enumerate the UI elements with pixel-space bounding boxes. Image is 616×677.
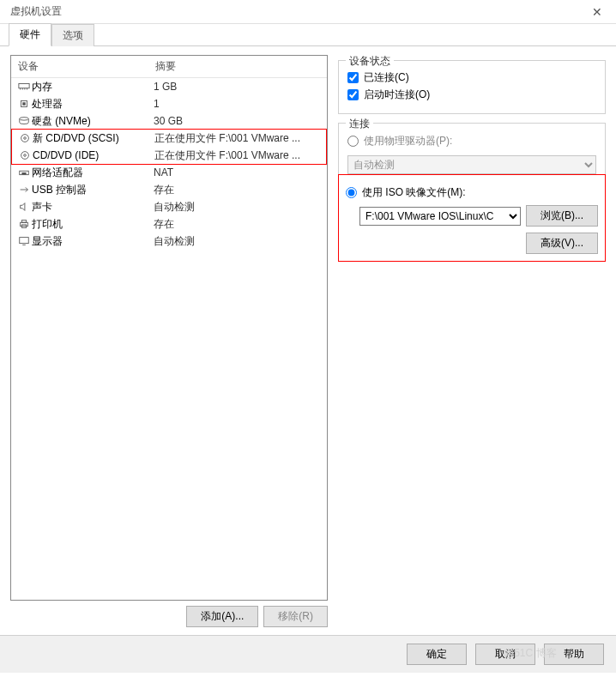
device-row-printer[interactable]: 打印机 存在 — [11, 215, 327, 233]
network-icon — [16, 167, 32, 178]
titlebar: 虚拟机设置 ✕ — [0, 0, 616, 24]
svg-rect-17 — [20, 238, 29, 244]
use-physical-radio[interactable] — [347, 136, 359, 147]
disc-icon — [17, 133, 33, 143]
device-label: 硬盘 (NVMe) — [32, 114, 154, 129]
left-panel: 设备 摘要 内存 1 GB 处理器 1 硬盘 (NVMe) 30 GB — [10, 55, 328, 635]
advanced-button[interactable]: 高级(V)... — [526, 233, 598, 254]
tab-strip: 硬件 选项 — [0, 24, 616, 46]
cancel-button[interactable]: 取消 — [475, 644, 535, 665]
add-button[interactable]: 添加(A)... — [186, 606, 258, 627]
device-label: 打印机 — [32, 217, 154, 232]
connection-group-top: 连接 使用物理驱动器(P): 自动检测 — [338, 123, 606, 174]
svg-rect-15 — [21, 221, 26, 223]
device-state-group: 设备状态 已连接(C) 启动时连接(O) — [338, 60, 606, 114]
device-row-cddvd-ide[interactable]: CD/DVD (IDE) 正在使用文件 F:\001 VMware ... — [12, 147, 326, 164]
svg-rect-13 — [21, 172, 26, 175]
svg-point-8 — [21, 135, 29, 142]
svg-rect-6 — [22, 102, 26, 106]
svg-rect-0 — [19, 84, 29, 88]
disk-icon — [16, 116, 32, 126]
device-label: CD/DVD (IDE) — [33, 149, 154, 161]
header-device: 设备 — [18, 59, 155, 74]
connect-poweron-checkbox[interactable] — [347, 89, 359, 100]
device-list-header: 设备 摘要 — [11, 56, 327, 78]
browse-button[interactable]: 浏览(B)... — [526, 205, 598, 227]
left-buttons: 添加(A)... 移除(R) — [10, 606, 328, 627]
ok-button[interactable]: 确定 — [407, 644, 467, 665]
device-summary: NAT — [154, 166, 322, 178]
footer: 确定 取消 @51C 博客 帮助 — [0, 635, 616, 673]
svg-point-10 — [21, 152, 29, 160]
device-label: 处理器 — [32, 97, 154, 112]
device-label: 新 CD/DVD (SCSI) — [33, 131, 154, 146]
device-summary: 自动检测 — [154, 234, 322, 249]
use-physical-label: 使用物理驱动器(P): — [364, 134, 452, 148]
right-panel: 设备状态 已连接(C) 启动时连接(O) 连接 使用物理驱动器(P): 自动检测 — [338, 55, 606, 635]
svg-point-7 — [20, 118, 29, 121]
device-row-disk[interactable]: 硬盘 (NVMe) 30 GB — [11, 112, 327, 130]
iso-path-select[interactable]: F:\001 VMware IOS\Linux\C — [359, 207, 521, 226]
content-area: 设备 摘要 内存 1 GB 处理器 1 硬盘 (NVMe) 30 GB — [0, 46, 616, 635]
device-row-memory[interactable]: 内存 1 GB — [11, 78, 327, 95]
device-summary: 1 GB — [154, 81, 322, 93]
device-label: 声卡 — [32, 200, 154, 215]
device-summary: 1 — [154, 98, 322, 110]
highlight-box-2: 使用 ISO 映像文件(M): F:\001 VMware IOS\Linux\… — [338, 174, 606, 262]
printer-icon — [16, 219, 32, 229]
physical-drive-select[interactable]: 自动检测 — [347, 155, 596, 174]
device-row-usb[interactable]: USB 控制器 存在 — [11, 181, 327, 198]
header-summary: 摘要 — [155, 59, 320, 74]
device-row-cddvd-scsi[interactable]: 新 CD/DVD (SCSI) 正在使用文件 F:\001 VMware ... — [12, 130, 326, 147]
device-row-sound[interactable]: 声卡 自动检测 — [11, 198, 327, 215]
device-row-display[interactable]: 显示器 自动检测 — [11, 233, 327, 250]
device-row-cpu[interactable]: 处理器 1 — [11, 95, 327, 112]
device-summary: 自动检测 — [154, 200, 322, 215]
connect-poweron-label: 启动时连接(O) — [364, 88, 430, 102]
device-list: 设备 摘要 内存 1 GB 处理器 1 硬盘 (NVMe) 30 GB — [10, 55, 328, 601]
display-icon — [16, 236, 32, 246]
connection-group-wrap: 连接 使用物理驱动器(P): 自动检测 使用 ISO 映像文件(M): F:\0… — [338, 123, 606, 262]
remove-button[interactable]: 移除(R) — [263, 606, 328, 627]
highlight-box-1: 新 CD/DVD (SCSI) 正在使用文件 F:\001 VMware ...… — [11, 129, 327, 165]
device-label: 显示器 — [32, 234, 154, 249]
device-row-network[interactable]: 网络适配器 NAT — [11, 164, 327, 181]
connection-legend: 连接 — [346, 117, 373, 131]
help-button[interactable]: @51C 博客 帮助 — [544, 644, 604, 665]
device-label: 网络适配器 — [32, 166, 154, 180]
memory-icon — [16, 82, 32, 92]
disc-icon — [17, 150, 33, 160]
device-summary: 存在 — [154, 183, 322, 197]
device-state-legend: 设备状态 — [346, 54, 394, 69]
usb-icon — [16, 184, 32, 195]
device-label: USB 控制器 — [32, 183, 154, 197]
tab-hardware[interactable]: 硬件 — [9, 23, 51, 46]
device-summary: 30 GB — [154, 115, 322, 127]
close-icon[interactable]: ✕ — [585, 5, 609, 19]
device-summary: 存在 — [154, 217, 322, 232]
sound-icon — [16, 202, 32, 212]
use-iso-label: 使用 ISO 映像文件(M): — [362, 185, 466, 200]
window-title: 虚拟机设置 — [10, 4, 62, 19]
device-summary: 正在使用文件 F:\001 VMware ... — [154, 131, 321, 146]
cpu-icon — [16, 99, 32, 109]
connected-checkbox[interactable] — [347, 72, 359, 83]
use-iso-radio[interactable] — [346, 187, 357, 198]
svg-point-9 — [24, 137, 27, 140]
device-summary: 正在使用文件 F:\001 VMware ... — [154, 148, 321, 163]
svg-point-11 — [24, 154, 27, 157]
device-label: 内存 — [32, 80, 154, 94]
tab-options[interactable]: 选项 — [51, 24, 94, 46]
connected-label: 已连接(C) — [364, 70, 409, 85]
